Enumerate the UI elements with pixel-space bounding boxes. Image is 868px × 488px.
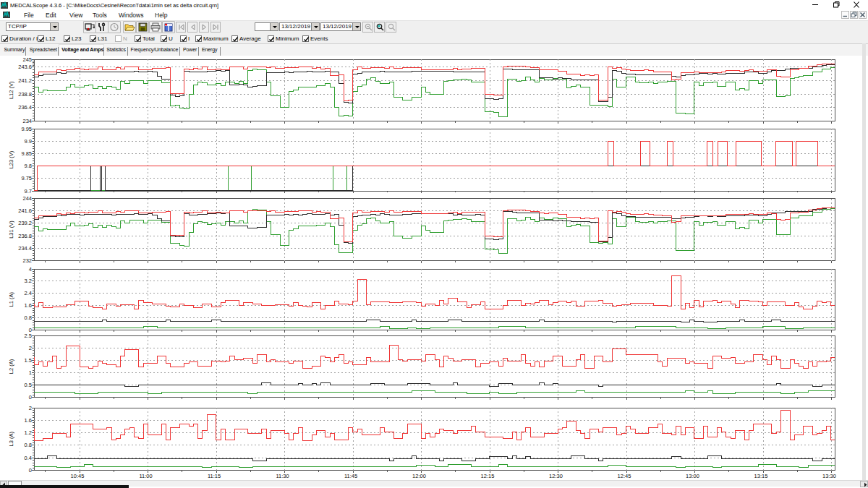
svg-text:243.6: 243.6: [18, 64, 32, 70]
svg-text:9.75: 9.75: [21, 175, 32, 181]
svg-text:9.8: 9.8: [25, 163, 32, 169]
svg-text:2: 2: [29, 405, 32, 411]
svg-text:1.2: 1.2: [25, 429, 32, 436]
svg-text:13:00: 13:00: [686, 473, 699, 479]
svg-text:12:15: 12:15: [481, 473, 495, 479]
svg-text:241.6: 241.6: [18, 207, 32, 214]
svg-text:239.2: 239.2: [18, 220, 32, 226]
svg-text:0.5: 0.5: [25, 382, 32, 388]
svg-text:12:45: 12:45: [618, 473, 631, 479]
svg-text:236.4: 236.4: [18, 104, 32, 111]
svg-text:13:30: 13:30: [822, 473, 836, 479]
svg-text:11:30: 11:30: [276, 473, 289, 479]
svg-text:1.6: 1.6: [25, 302, 32, 309]
svg-text:232: 232: [22, 257, 32, 264]
svg-text:1.5: 1.5: [25, 357, 32, 364]
svg-text:0: 0: [29, 394, 32, 401]
svg-text:10:45: 10:45: [71, 473, 85, 479]
svg-text:245: 245: [22, 56, 32, 63]
svg-text:236.8: 236.8: [18, 233, 32, 239]
svg-text:9.95: 9.95: [21, 126, 32, 132]
svg-text:12:00: 12:00: [412, 473, 426, 479]
svg-text:4: 4: [29, 266, 32, 273]
svg-text:2: 2: [29, 345, 32, 351]
svg-text:L23 (V): L23 (V): [8, 150, 14, 168]
svg-text:11:15: 11:15: [208, 473, 221, 479]
svg-text:238.8: 238.8: [18, 91, 32, 98]
svg-text:L31 (V): L31 (V): [8, 221, 14, 239]
svg-text:L2 (A): L2 (A): [8, 359, 14, 374]
svg-text:0.8: 0.8: [25, 314, 32, 321]
svg-text:11:00: 11:00: [139, 473, 152, 479]
svg-text:L1 (A): L1 (A): [8, 291, 14, 307]
svg-text:9.7: 9.7: [25, 188, 32, 194]
svg-text:L3 (A): L3 (A): [8, 431, 14, 446]
svg-text:0.8: 0.8: [25, 442, 32, 448]
svg-text:2.5: 2.5: [25, 333, 32, 339]
svg-text:2.4: 2.4: [25, 290, 32, 296]
svg-text:12:30: 12:30: [549, 473, 563, 479]
svg-text:11:45: 11:45: [344, 473, 357, 479]
svg-text:234.4: 234.4: [18, 245, 32, 252]
svg-text:9.85: 9.85: [21, 150, 32, 157]
svg-text:9.9: 9.9: [25, 138, 32, 145]
svg-text:13:15: 13:15: [754, 473, 768, 479]
svg-text:1.6: 1.6: [25, 417, 32, 424]
svg-text:3.2: 3.2: [25, 278, 32, 284]
svg-text:234: 234: [22, 118, 32, 124]
svg-text:244: 244: [22, 195, 32, 202]
svg-text:1: 1: [29, 369, 32, 376]
svg-text:0: 0: [29, 467, 32, 474]
svg-text:0.4: 0.4: [25, 455, 32, 461]
svg-text:L12 (V): L12 (V): [8, 81, 14, 99]
svg-text:241.2: 241.2: [18, 77, 32, 84]
